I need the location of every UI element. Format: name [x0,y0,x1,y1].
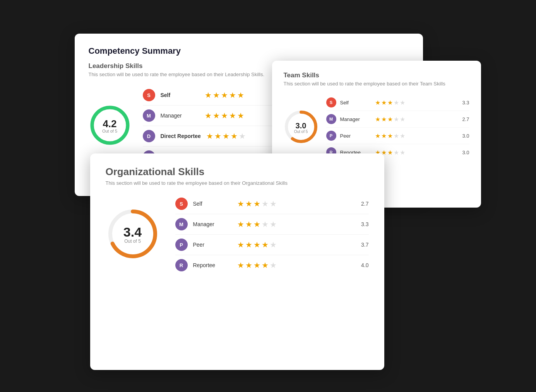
score-peer-team: 3.0 [460,133,469,139]
star-5: ★ [237,111,244,120]
star-3: ★ [221,90,228,100]
rater-direct: Direct Reportee [161,133,201,139]
card-title: Competency Summary [89,46,409,56]
table-row: P Peer ★ ★ ★ ★ ★ 3.0 [326,128,469,144]
star-5: ★ [237,90,244,100]
avatar-reportee-org: R [175,259,188,271]
table-row: R Reportee ★ ★ ★ ★ ★ 4.0 [175,255,369,275]
team-score: 3.0 [294,121,308,129]
star-5: ★ [239,131,246,141]
score-self-team: 3.3 [460,100,469,106]
star-3: ★ [223,131,229,141]
org-rows: S Self ★ ★ ★ ★ ★ 2.7 M Manager ★ [175,194,369,275]
score-manager-org: 3.3 [358,221,369,227]
avatar-self: S [143,89,155,101]
rater-manager: Manager [161,112,199,119]
star-1: ★ [206,131,213,141]
table-row: S Self ★ ★ ★ ★ ★ 2.7 [175,194,369,214]
rater-reportee-org: Reportee [193,262,232,268]
org-gauge: 3.4 Out of 5 [106,207,160,262]
stars-self-team: ★ ★ ★ ★ ★ [375,99,456,106]
table-row: S Self ★ ★ ★ ★ ★ 3.3 [326,94,469,111]
avatar-peer-org: P [175,239,188,251]
star-2: ★ [213,90,220,100]
avatar-manager: M [143,109,155,122]
scene: Competency Summary Leadership Skills Thi… [55,22,481,370]
avatar-self-org: S [175,198,188,210]
table-row: M Manager ★ ★ ★ ★ ★ 3.3 [175,214,369,235]
star-4: ★ [229,90,236,100]
org-title: Organizational Skills [106,166,369,178]
star-4: ★ [231,131,238,141]
leadership-out-of: Out of 5 [102,129,117,133]
stars-manager-org: ★ ★ ★ ★ ★ [237,220,353,229]
stars-peer-org: ★ ★ ★ ★ ★ [237,240,353,249]
avatar-direct: D [143,130,155,142]
stars-peer-team: ★ ★ ★ ★ ★ [375,132,456,140]
stars-self-org: ★ ★ ★ ★ ★ [237,199,353,208]
rater-peer-team: Peer [340,133,371,139]
star-3: ★ [221,111,228,120]
star-2: ★ [214,131,221,141]
avatar-self-team: S [326,97,336,107]
stars-manager-team: ★ ★ ★ ★ ★ [375,116,456,123]
org-out-of: Out of 5 [123,239,142,244]
star-1: ★ [205,111,212,120]
stars-reportee-org: ★ ★ ★ ★ ★ [237,261,353,270]
rater-self-team: Self [340,100,371,106]
star-2: ★ [213,111,220,120]
rater-self-org: Self [193,201,232,207]
leadership-score: 4.2 [102,119,117,129]
star-1: ★ [205,90,212,100]
rater-self: Self [161,92,199,98]
team-rows: S Self ★ ★ ★ ★ ★ 3.3 M Manager ★ [326,94,469,160]
rater-peer-org: Peer [193,242,232,248]
front-card: Organizational Skills This section will … [90,153,384,370]
team-out-of: Out of 5 [294,129,308,133]
avatar-manager-team: M [326,114,336,124]
avatar-manager-org: M [175,218,188,230]
score-reportee-org: 4.0 [358,262,369,268]
leadership-gauge: 4.2 Out of 5 [89,104,131,148]
rater-manager-team: Manager [340,116,371,122]
avatar-peer-team: P [326,131,336,141]
stars-reportee-team: ★ ★ ★ ★ ★ [375,149,456,156]
table-row: M Manager ★ ★ ★ ★ ★ 2.7 [326,111,469,128]
org-score: 3.4 [123,225,142,239]
org-desc: This section will be used to rate the em… [106,180,369,186]
score-peer-org: 3.7 [358,242,369,248]
team-desc: This section will be used to rate the em… [284,81,469,87]
table-row: P Peer ★ ★ ★ ★ ★ 3.7 [175,235,369,255]
score-manager-team: 2.7 [460,116,469,122]
team-title: Team Skills [284,72,469,79]
rater-manager-org: Manager [193,221,232,227]
score-reportee-team: 3.0 [460,150,469,155]
star-4: ★ [229,111,236,120]
score-self-org: 2.7 [358,201,369,207]
team-gauge: 3.0 Out of 5 [284,109,319,146]
